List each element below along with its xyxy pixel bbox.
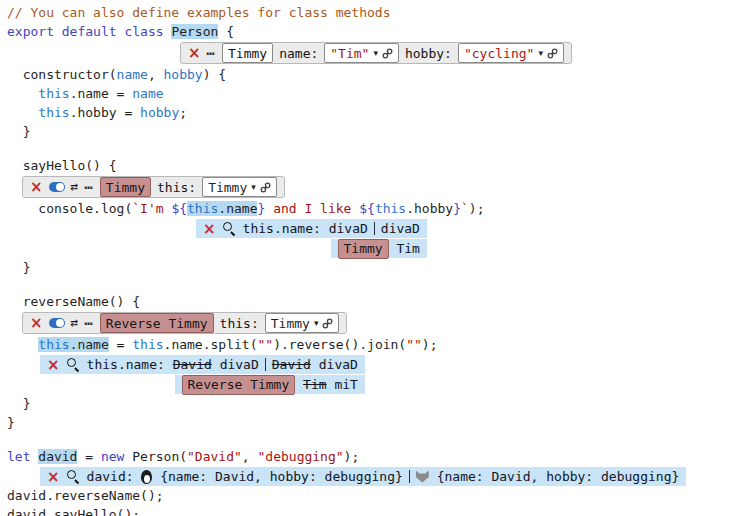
example-name-chip: Timmy bbox=[338, 239, 389, 259]
link-icon[interactable] bbox=[547, 48, 558, 59]
result-text: David bbox=[272, 355, 311, 374]
swap-arrows-icon[interactable]: ⇄ bbox=[71, 181, 79, 193]
result-text: divaD bbox=[212, 355, 259, 374]
code-token: ); bbox=[469, 201, 485, 216]
code-token: ${ bbox=[171, 201, 187, 216]
code-token: constructor( bbox=[7, 67, 117, 82]
ellipsis-icon[interactable]: ⋯ bbox=[84, 318, 93, 328]
field-label: name: bbox=[279, 44, 318, 63]
code-line: constructor(name, hobby) { bbox=[7, 65, 749, 84]
wolf-icon bbox=[416, 471, 429, 483]
value-dropdown[interactable]: "Tim"▾ bbox=[324, 43, 399, 63]
code-line: } bbox=[7, 413, 749, 432]
code-token: Person bbox=[171, 24, 218, 39]
example-name-chip[interactable]: Reverse Timmy bbox=[100, 313, 214, 333]
code-token: david bbox=[38, 449, 77, 464]
result-line: ×this.name: divaDdivaD bbox=[196, 219, 427, 238]
ellipsis-icon[interactable]: ⋯ bbox=[207, 48, 216, 58]
result-line: Reverse Timmy Tim miT bbox=[175, 375, 365, 394]
code-token: // You can also define examples for clas… bbox=[7, 5, 391, 20]
code-token: } bbox=[7, 415, 15, 430]
code-token: and I like bbox=[265, 201, 359, 216]
code-line: console.log(`I'm ${this.name} and I like… bbox=[7, 199, 749, 218]
search-icon[interactable] bbox=[67, 358, 80, 371]
code-line: } bbox=[7, 122, 749, 141]
search-icon[interactable] bbox=[67, 470, 80, 483]
code-token: this bbox=[187, 201, 218, 216]
code-token: , bbox=[148, 67, 164, 82]
code-line: this.name = this.name.split("").reverse(… bbox=[7, 335, 749, 354]
result-text: {name: David, hobby: debugging} bbox=[152, 467, 402, 486]
link-icon[interactable] bbox=[382, 48, 393, 59]
code-token: .name bbox=[70, 337, 109, 352]
code-line: } bbox=[7, 394, 749, 413]
inline-result: ×this.name: divaDdivaDTimmy Tim bbox=[196, 218, 427, 258]
code-token: this bbox=[38, 337, 69, 352]
code-token: .name = bbox=[70, 86, 133, 101]
code-token: } bbox=[453, 201, 461, 216]
close-icon[interactable]: × bbox=[188, 48, 201, 58]
result-text: {name: David, hobby: debugging} bbox=[429, 467, 679, 486]
example-widget: ×⇄⋯Timmythis:Timmy▾ bbox=[22, 176, 285, 198]
link-icon[interactable] bbox=[260, 182, 271, 193]
code-line: // You can also define examples for clas… bbox=[7, 3, 749, 22]
code-token: { bbox=[218, 24, 234, 39]
code-token: ).reverse().join( bbox=[273, 337, 406, 352]
code-token: .name bbox=[218, 201, 257, 216]
code-token: .hobby = bbox=[70, 105, 140, 120]
close-icon[interactable]: × bbox=[203, 224, 216, 234]
code-token: "" bbox=[406, 337, 422, 352]
code-token: name bbox=[132, 86, 163, 101]
link-icon[interactable] bbox=[322, 318, 333, 329]
field-label: this: bbox=[157, 178, 196, 197]
result-text bbox=[295, 375, 303, 394]
code-token: "debugging" bbox=[258, 449, 344, 464]
example-name-input[interactable]: Timmy bbox=[222, 43, 273, 63]
result-text: divaD bbox=[329, 219, 368, 238]
code-token: ); bbox=[422, 337, 438, 352]
close-icon[interactable]: × bbox=[47, 472, 60, 482]
value-dropdown[interactable]: Timmy▾ bbox=[265, 313, 340, 333]
value-dropdown[interactable]: "cycling"▾ bbox=[458, 43, 564, 63]
close-icon[interactable]: × bbox=[30, 318, 43, 328]
toggle-icon[interactable] bbox=[49, 318, 65, 328]
close-icon[interactable]: × bbox=[47, 360, 60, 370]
chevron-down-icon: ▾ bbox=[538, 44, 543, 63]
result-text: Tim bbox=[303, 375, 326, 394]
code-token: export default class bbox=[7, 24, 171, 39]
dropdown-value: "cycling" bbox=[464, 44, 534, 63]
code-line bbox=[7, 277, 749, 292]
code-token: david.sayHello(); bbox=[7, 507, 140, 516]
field-label: hobby: bbox=[405, 44, 452, 63]
code-line: this.hobby = hobby; bbox=[7, 103, 749, 122]
code-token: this bbox=[132, 337, 163, 352]
code-line: this.name = name bbox=[7, 84, 749, 103]
code-token: ); bbox=[344, 449, 360, 464]
example-name-chip[interactable]: Timmy bbox=[100, 177, 151, 197]
close-icon[interactable]: × bbox=[30, 182, 43, 192]
swap-arrows-icon[interactable]: ⇄ bbox=[71, 317, 79, 329]
code-token bbox=[7, 105, 38, 120]
penguin-icon bbox=[141, 470, 152, 484]
code-token: "David" bbox=[187, 449, 242, 464]
code-token: } bbox=[7, 260, 30, 275]
ellipsis-icon[interactable]: ⋯ bbox=[84, 182, 93, 192]
code-token bbox=[7, 86, 38, 101]
code-token: david.reverseName(); bbox=[7, 488, 164, 503]
example-name-chip: Reverse Timmy bbox=[182, 375, 296, 395]
code-token: sayHello() { bbox=[7, 158, 117, 173]
code-token: ) { bbox=[203, 67, 226, 82]
result-line: ×this.name: David divaDDavid divaD bbox=[40, 355, 365, 374]
code-editor: // You can also define examples for clas… bbox=[0, 0, 749, 516]
code-token: .hobby bbox=[406, 201, 453, 216]
chevron-down-icon: ▾ bbox=[314, 314, 319, 333]
search-icon[interactable] bbox=[223, 222, 236, 235]
separator bbox=[374, 222, 375, 235]
result-text: this.name: bbox=[87, 355, 173, 374]
separator bbox=[265, 358, 266, 371]
dropdown-value: "Tim" bbox=[330, 44, 369, 63]
separator bbox=[409, 470, 410, 483]
code-line: david.reverseName(); bbox=[7, 486, 749, 505]
toggle-icon[interactable] bbox=[49, 182, 65, 192]
value-dropdown[interactable]: Timmy▾ bbox=[202, 177, 277, 197]
